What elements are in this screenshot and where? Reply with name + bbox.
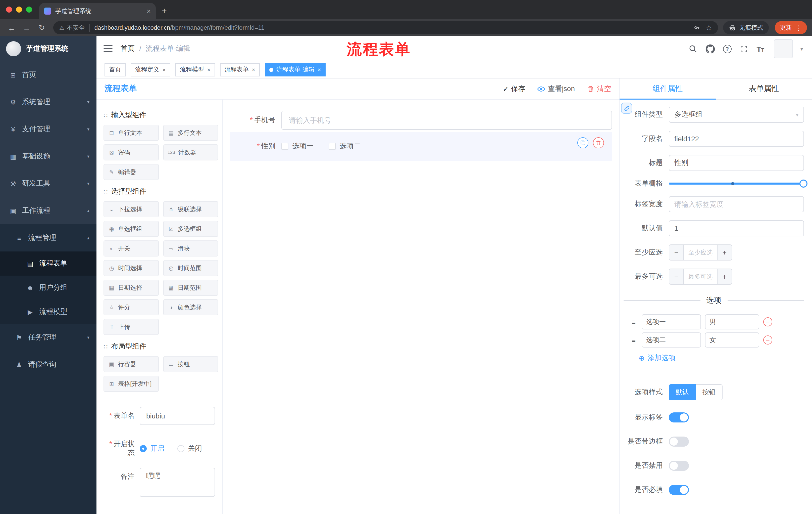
- palette-item-select[interactable]: ◒下拉选择: [104, 201, 158, 217]
- palette-item-checkbox-group[interactable]: ☑多选框组: [163, 221, 218, 237]
- option2-value-input[interactable]: [705, 332, 759, 348]
- tag-home[interactable]: 首页: [105, 63, 126, 76]
- save-button[interactable]: ✓ 保存: [503, 84, 525, 93]
- tag-close-icon[interactable]: ×: [252, 66, 255, 73]
- sidebar-item-workflow[interactable]: ▣ 工作流程 ▴: [0, 197, 96, 224]
- palette-item-radio-group[interactable]: ◉单选框组: [104, 221, 158, 237]
- phone-input[interactable]: [281, 111, 612, 130]
- sidebar-item-infrastructure[interactable]: ▥ 基础设施 ▾: [0, 143, 96, 170]
- max-select-value[interactable]: 最多可选: [684, 269, 717, 284]
- palette-item-table[interactable]: ⊞表格[开发中]: [104, 376, 158, 392]
- user-avatar[interactable]: [774, 39, 793, 58]
- back-icon[interactable]: ←: [5, 23, 18, 32]
- palette-item-slider[interactable]: ⊸滑块: [163, 240, 218, 256]
- hamburger-menu-icon[interactable]: [104, 44, 113, 53]
- sidebar-item-task-management[interactable]: ⚑ 任务管理 ▾: [0, 324, 96, 351]
- option2-label-input[interactable]: [642, 332, 701, 348]
- view-json-button[interactable]: 查看json: [538, 84, 575, 93]
- add-option-button[interactable]: ⊕ 添加选项: [639, 354, 804, 362]
- palette-item-single-line-text[interactable]: ⊟单行文本: [104, 125, 158, 141]
- gender-option1-checkbox[interactable]: 选项一: [281, 142, 314, 151]
- show-label-toggle[interactable]: [669, 412, 689, 423]
- help-icon[interactable]: ?: [723, 45, 731, 53]
- sidebar-item-process-form[interactable]: ▤ 流程表单: [0, 251, 96, 276]
- min-select-value[interactable]: 至少应选: [684, 245, 717, 260]
- sidebar-item-devtools[interactable]: ⚒ 研发工具 ▾: [0, 170, 96, 197]
- window-zoom-button[interactable]: [26, 6, 32, 12]
- palette-item-switch[interactable]: ◐开关: [104, 240, 158, 256]
- tag-process-model[interactable]: 流程模型 ×: [175, 63, 215, 76]
- palette-item-color-picker[interactable]: ◑颜色选择: [163, 299, 218, 315]
- palette-item-textarea[interactable]: ▤多行文本: [163, 125, 218, 141]
- tag-process-definition[interactable]: 流程定义 ×: [130, 63, 170, 76]
- sidebar-item-home[interactable]: ⊞ 首页: [0, 61, 96, 88]
- minus-icon[interactable]: −: [669, 245, 684, 260]
- sidebar-item-payment[interactable]: ¥ 支付管理 ▾: [0, 116, 96, 143]
- browser-menu-dots-icon[interactable]: ⋮: [795, 24, 802, 31]
- new-tab-button[interactable]: +: [156, 6, 173, 19]
- browser-tab[interactable]: 芋道管理系统 ×: [39, 3, 156, 19]
- palette-item-upload[interactable]: ⇧上传: [104, 319, 158, 335]
- grid-slider[interactable]: [669, 180, 804, 188]
- palette-item-row-container[interactable]: ▣行容器: [104, 356, 158, 372]
- option1-value-input[interactable]: [705, 314, 759, 329]
- status-off-radio[interactable]: 关闭: [177, 444, 202, 453]
- minus-icon[interactable]: −: [669, 269, 684, 284]
- field-name-input[interactable]: [669, 131, 804, 147]
- title-input[interactable]: [669, 155, 804, 171]
- form-canvas[interactable]: 手机号 性别 选项一 选项二: [223, 100, 619, 514]
- slider-handle[interactable]: [800, 180, 808, 188]
- phone-field-row[interactable]: 手机号: [230, 111, 612, 130]
- remove-option-button[interactable]: −: [763, 335, 772, 345]
- palette-item-counter[interactable]: 123计数器: [163, 144, 218, 160]
- tab-form-props[interactable]: 表单属性: [716, 78, 812, 99]
- tag-process-form-edit[interactable]: 流程表单-编辑 ×: [265, 63, 326, 76]
- fullscreen-icon[interactable]: [739, 44, 749, 54]
- doc-link-button[interactable]: [621, 103, 632, 114]
- tag-process-form[interactable]: 流程表单 ×: [220, 63, 260, 76]
- style-button-button[interactable]: 按钮: [696, 384, 723, 400]
- disabled-toggle[interactable]: [669, 461, 689, 471]
- tab-close-icon[interactable]: ×: [147, 7, 151, 15]
- tag-close-icon[interactable]: ×: [162, 66, 166, 73]
- selected-widget-gender[interactable]: 性别 选项一 选项二: [230, 132, 612, 161]
- sidebar-item-system[interactable]: ⚙ 系统管理 ▾: [0, 88, 96, 116]
- font-size-icon[interactable]: TT: [756, 45, 764, 53]
- option1-label-input[interactable]: [642, 314, 701, 329]
- tag-close-icon[interactable]: ×: [207, 66, 210, 73]
- gender-option2-checkbox[interactable]: 选项二: [329, 142, 361, 151]
- reload-icon[interactable]: ↻: [35, 23, 48, 32]
- default-value-input[interactable]: [669, 220, 804, 236]
- remove-option-button[interactable]: −: [763, 317, 772, 326]
- forward-icon[interactable]: →: [20, 23, 33, 32]
- palette-item-time-picker[interactable]: ◷时间选择: [104, 260, 158, 276]
- palette-item-password[interactable]: ⊠密码: [104, 144, 158, 160]
- palette-item-date-picker[interactable]: ▦日期选择: [104, 280, 158, 296]
- palette-item-button[interactable]: ▭按钮: [163, 356, 218, 372]
- component-type-select[interactable]: 多选框组 ▾: [669, 107, 804, 123]
- border-toggle[interactable]: [669, 437, 689, 447]
- palette-item-time-range[interactable]: ◴时间范围: [163, 260, 218, 276]
- plus-icon[interactable]: +: [717, 245, 732, 260]
- slider-track[interactable]: [669, 183, 804, 185]
- address-bar[interactable]: ⚠ 不安全 dashboard.yudao.iocoder.cn /bpm/ma…: [53, 21, 718, 34]
- browser-update-button[interactable]: 更新 ⋮: [775, 21, 807, 34]
- sidebar-logo-row[interactable]: 芋道管理系统: [0, 36, 96, 61]
- palette-item-date-range[interactable]: ▩日期范围: [163, 280, 218, 296]
- sidebar-item-process-management[interactable]: ≡ 流程管理 ▴: [0, 224, 96, 251]
- sidebar-item-process-model[interactable]: ▶ 流程模型: [0, 300, 96, 324]
- password-key-icon[interactable]: [694, 24, 701, 31]
- window-minimize-button[interactable]: [16, 6, 22, 12]
- breadcrumb-home[interactable]: 首页: [121, 44, 135, 53]
- style-default-button[interactable]: 默认: [669, 384, 696, 400]
- palette-item-rate[interactable]: ☆评分: [104, 299, 158, 315]
- window-close-button[interactable]: [6, 6, 12, 12]
- sidebar-item-leave-query[interactable]: ♟ 请假查询: [0, 351, 96, 378]
- github-icon[interactable]: [705, 44, 715, 54]
- palette-item-editor[interactable]: ✎编辑器: [104, 164, 158, 180]
- form-name-input[interactable]: [140, 407, 215, 425]
- search-icon[interactable]: [688, 44, 698, 54]
- label-width-input[interactable]: [669, 196, 804, 212]
- palette-item-cascader[interactable]: ⋔级联选择: [163, 201, 218, 217]
- tab-component-props[interactable]: 组件属性: [619, 78, 716, 99]
